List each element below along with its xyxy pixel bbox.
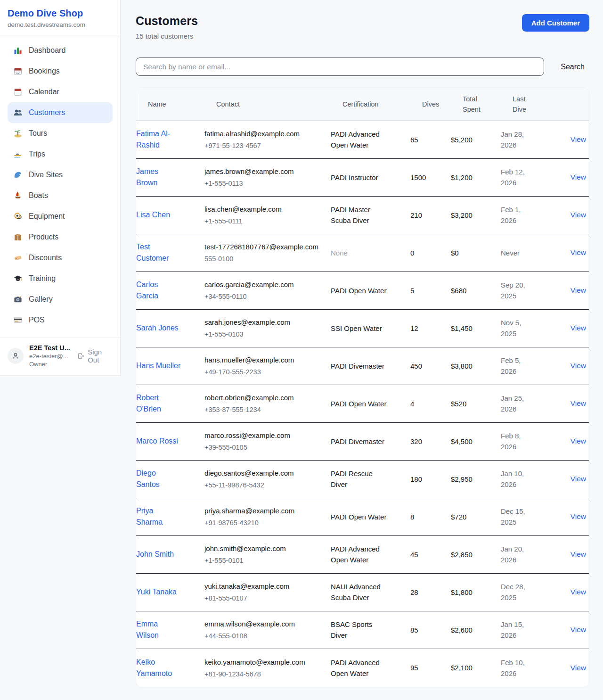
sidebar-item-label: Gallery — [29, 295, 53, 304]
sidebar-item-equipment[interactable]: Equipment — [8, 206, 113, 227]
view-customer-link[interactable]: View — [551, 586, 589, 598]
table-row: Test Customer test-1772681807767@example… — [136, 234, 589, 272]
view-customer-link[interactable]: View — [551, 624, 589, 635]
view-customer-link[interactable]: View — [551, 398, 589, 409]
view-customer-link[interactable]: View — [551, 134, 589, 145]
contact-cell: priya.sharma@example.com +91-98765-43210 — [204, 505, 331, 528]
column-header-total-spent: Total Spent — [463, 88, 513, 121]
table-row: Marco Rossi marco.rossi@example.com +39-… — [136, 423, 589, 461]
customer-name-link[interactable]: Test Customer — [136, 241, 181, 264]
sidebar-item-label: Bookings — [29, 67, 60, 75]
sidebar-item-calendar[interactable]: Calendar — [8, 82, 113, 102]
customer-total-spent: $2,600 — [451, 625, 501, 635]
search-input[interactable] — [136, 58, 544, 76]
view-customer-link[interactable]: View — [551, 436, 589, 447]
customer-name-link[interactable]: Hans Mueller — [136, 360, 180, 371]
sidebar-item-discounts[interactable]: Discounts — [8, 247, 113, 268]
view-customer-link[interactable]: View — [551, 322, 589, 334]
sidebar-item-pos[interactable]: POS — [8, 310, 113, 330]
view-customer-link[interactable]: View — [551, 549, 589, 560]
view-customer-link[interactable]: View — [551, 172, 589, 183]
customer-name-link[interactable]: Robert O'Brien — [136, 392, 181, 415]
customer-name-link[interactable]: Priya Sharma — [136, 505, 181, 528]
view-customer-link[interactable]: View — [551, 285, 589, 296]
customer-total-spent: $2,850 — [451, 549, 501, 560]
customer-phone: +1-555-0111 — [204, 216, 331, 226]
customer-dives: 28 — [410, 587, 451, 598]
customer-certification: SSI Open Water — [331, 323, 390, 334]
customer-certification: None — [331, 247, 390, 258]
table-row: Hans Mueller hans.mueller@example.com +4… — [136, 347, 589, 385]
table-row: Robert O'Brien robert.obrien@example.com… — [136, 385, 589, 423]
sidebar-item-dashboard[interactable]: Dashboard — [8, 40, 113, 61]
sidebar-item-gallery[interactable]: Gallery — [8, 289, 113, 310]
customer-name-link[interactable]: Diego Santos — [136, 468, 181, 490]
view-customer-link[interactable]: View — [551, 247, 589, 258]
sign-out-label: Sign Out — [88, 348, 113, 364]
customer-phone: +81-555-0107 — [204, 593, 331, 603]
customer-total-spent: $680 — [451, 285, 501, 296]
customer-dives: 8 — [410, 511, 451, 522]
customer-email: yuki.tanaka@example.com — [204, 581, 319, 592]
table-row: Carlos Garcia carlos.garcia@example.com … — [136, 272, 589, 310]
add-customer-button[interactable]: Add Customer — [522, 14, 589, 32]
sidebar-item-training[interactable]: Training — [8, 268, 113, 289]
customer-email: fatima.alrashid@example.com — [204, 128, 319, 139]
view-customer-link[interactable]: View — [551, 511, 589, 522]
customer-name-link[interactable]: Marco Rossi — [136, 436, 178, 447]
sidebar-item-trips[interactable]: Trips — [8, 144, 113, 165]
svg-text:17: 17 — [16, 71, 20, 74]
column-header-actions — [563, 99, 578, 110]
view-customer-link[interactable]: View — [551, 473, 589, 485]
sidebar-item-customers[interactable]: Customers — [8, 102, 113, 123]
customer-name-link[interactable]: Keiko Yamamoto — [136, 657, 181, 679]
sign-out-button[interactable]: Sign Out — [77, 348, 113, 364]
customer-last-dive: Feb 10, 2026 — [501, 657, 529, 679]
tours-icon — [13, 129, 23, 138]
sidebar-item-dive-sites[interactable]: Dive Sites — [8, 165, 113, 185]
customer-dives: 5 — [410, 285, 451, 296]
sidebar-item-tours[interactable]: Tours — [8, 123, 113, 144]
customer-last-dive: Sep 20, 2025 — [501, 280, 529, 302]
column-header-name: Name — [148, 93, 216, 115]
customer-name-link[interactable]: James Brown — [136, 166, 181, 189]
customer-certification: PADI Advanced Open Water — [331, 129, 390, 151]
view-customer-link[interactable]: View — [551, 209, 589, 221]
customer-certification: NAUI Advanced Scuba Diver — [331, 581, 390, 603]
customer-last-dive: Jan 15, 2026 — [501, 619, 529, 641]
customer-total-spent: $0 — [451, 247, 501, 258]
sidebar-item-label: Calendar — [29, 88, 59, 96]
bookings-icon: 17 — [13, 66, 23, 76]
customer-name-link[interactable]: Sarah Jones — [136, 322, 179, 334]
view-customer-link[interactable]: View — [551, 360, 589, 371]
sidebar-item-label: Products — [29, 233, 58, 241]
sidebar-item-boats[interactable]: Boats — [8, 185, 113, 206]
search-button[interactable]: Search — [556, 63, 589, 71]
customer-name-link[interactable]: John Smith — [136, 549, 174, 560]
customer-certification: PADI Open Water — [331, 285, 390, 296]
customer-email: diego.santos@example.com — [204, 468, 319, 478]
table-body: Fatima Al-Rashid fatima.alrashid@example… — [136, 121, 589, 687]
customer-name-link[interactable]: Carlos Garcia — [136, 279, 181, 302]
customer-name-link[interactable]: Lisa Chen — [136, 209, 170, 221]
sidebar-item-products[interactable]: Products — [8, 227, 113, 247]
sidebar-item-label: Customers — [29, 108, 65, 117]
shop-title: Demo Dive Shop — [8, 8, 113, 19]
user-email: e2e-tester@... — [29, 353, 71, 360]
customer-name-link[interactable]: Fatima Al-Rashid — [136, 128, 181, 151]
table-row: Yuki Tanaka yuki.tanaka@example.com +81-… — [136, 574, 589, 611]
customer-email: hans.mueller@example.com — [204, 354, 319, 365]
customer-name-link[interactable]: Emma Wilson — [136, 618, 181, 641]
customer-name-link[interactable]: Yuki Tanaka — [136, 586, 177, 598]
contact-cell: john.smith@example.com +1-555-0101 — [204, 543, 331, 566]
customer-certification: PADI Instructor — [331, 172, 390, 183]
contact-cell: carlos.garcia@example.com +34-555-0110 — [204, 279, 331, 302]
view-customer-link[interactable]: View — [551, 662, 589, 674]
customer-last-dive: Feb 12, 2026 — [501, 166, 529, 189]
gallery-icon — [13, 295, 23, 304]
sidebar-item-label: Discounts — [29, 254, 62, 262]
sidebar-item-bookings[interactable]: 17Bookings — [8, 61, 113, 82]
sidebar-nav: Dashboard17BookingsCalendarCustomersTour… — [0, 35, 120, 334]
customers-icon — [13, 108, 23, 117]
sidebar-user-section: E2E Test U... e2e-tester@... Owner Sign … — [0, 337, 120, 375]
